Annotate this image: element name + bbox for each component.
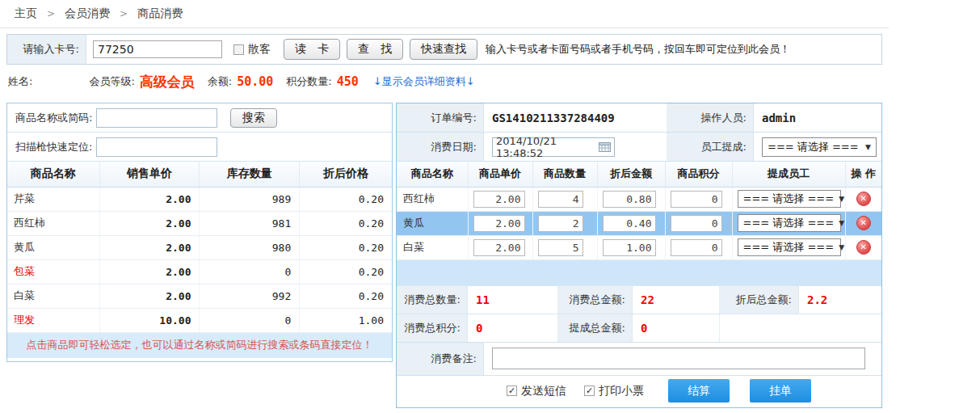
order-item-points-input[interactable] — [671, 191, 722, 208]
product-name: 芹菜 — [7, 187, 99, 211]
card-lookup-bar: 请输入卡号: ✓ 散客 读 卡 查 找 快速查找 输入卡号或者卡面号码或者手机号… — [6, 34, 882, 65]
product-price: 2.00 — [99, 259, 200, 284]
order-item-staff-select[interactable]: === 请选择 ===▼ — [738, 238, 841, 256]
hold-order-button[interactable]: 挂单 — [750, 379, 811, 402]
product-discount-price: 0.20 — [300, 259, 392, 284]
product-table-header: 商品名称 销售单价 库存数量 折后价格 — [7, 162, 392, 187]
breadcrumb-home[interactable]: 主页 — [15, 6, 37, 21]
product-row[interactable]: 包菜 2.00 0 0.20 — [7, 259, 392, 284]
delete-item-button[interactable]: ✕ — [856, 192, 871, 206]
card-number-label: 请输入卡号: — [7, 35, 86, 64]
order-item-qty-input[interactable] — [538, 215, 583, 232]
product-search-row: 商品名称或简码: 搜索 — [7, 103, 392, 133]
order-panel: 订单编号: GS1410211337284409 操作人员: admin 消费日… — [396, 103, 882, 408]
order-item-points-input[interactable] — [671, 215, 722, 232]
consume-date-input[interactable]: 2014/10/21 13:48:52 — [492, 137, 615, 157]
walkin-checkbox[interactable]: ✓ — [233, 44, 244, 55]
commission-total-value: 0 — [633, 314, 720, 342]
order-item-points-input[interactable] — [671, 239, 722, 256]
product-stock: 992 — [200, 284, 300, 308]
product-row[interactable]: 芹菜 2.00 989 0.20 — [7, 187, 392, 211]
product-stock: 981 — [200, 211, 300, 235]
card-number-input[interactable] — [93, 40, 222, 58]
product-price: 2.00 — [99, 187, 200, 211]
order-items-table: 商品名称 商品单价 商品数量 折后金额 商品积分 提成员工 操 作 西红柿 ==… — [397, 162, 881, 260]
quick-find-button[interactable]: 快速查找 — [410, 39, 477, 60]
product-discount-price: 0.20 — [300, 284, 392, 308]
staff-commission-select[interactable]: === 请选择 === ▼ — [762, 137, 877, 157]
col-item-price: 商品单价 — [468, 162, 532, 187]
product-table: 商品名称 销售单价 库存数量 折后价格 芹菜 2.00 989 0.20 西红柿… — [7, 162, 392, 333]
delete-icon: ✕ — [860, 195, 867, 203]
order-item-qty-input[interactable] — [538, 191, 583, 208]
product-row[interactable]: 白菜 2.00 992 0.20 — [7, 284, 392, 308]
check-icon: ✓ — [586, 386, 593, 395]
delete-icon: ✕ — [860, 243, 867, 251]
product-row[interactable]: 西红柿 2.00 981 0.20 — [7, 211, 392, 235]
card-lookup-hint: 输入卡号或者卡面号码或者手机号码，按回车即可定位到此会员！ — [486, 42, 790, 57]
col-item-action: 操 作 — [845, 162, 881, 187]
product-price: 2.00 — [99, 284, 200, 308]
col-product-name: 商品名称 — [7, 162, 99, 187]
product-price: 2.00 — [99, 235, 200, 259]
order-item-qty-input[interactable] — [538, 239, 583, 256]
order-item-price-input[interactable] — [473, 215, 525, 232]
breadcrumb-separator: > — [120, 8, 128, 19]
col-stock-qty: 库存数量 — [200, 162, 300, 187]
member-level-value: 高级会员 — [140, 73, 195, 91]
total-points-label: 消费总积分: — [397, 314, 468, 342]
summary-row-1: 消费总数量: 11 消费总金额: 22 折后总金额: 2.2 — [397, 285, 881, 314]
product-list-panel: 商品名称或简码: 搜索 扫描枪快速定位: 商品名称 销售单价 库存数量 折后价格… — [6, 103, 393, 362]
order-item-amount-input[interactable] — [603, 191, 656, 208]
delete-item-button[interactable]: ✕ — [856, 240, 871, 255]
order-item-staff-select[interactable]: === 请选择 ===▼ — [738, 214, 841, 232]
order-item-amount-input[interactable] — [603, 239, 656, 256]
product-panel-note: 点击商品即可轻松选定，也可以通过名称或简码进行搜索或条码直接定位！ — [7, 333, 392, 358]
chevron-down-icon: ▼ — [865, 143, 871, 151]
barcode-scan-input[interactable] — [96, 137, 217, 157]
send-sms-checkbox[interactable]: ✓ — [507, 386, 517, 396]
breadcrumb-current: 商品消费 — [137, 6, 183, 21]
product-name: 包菜 — [7, 259, 99, 284]
order-item-price-input[interactable] — [473, 191, 525, 208]
order-item-price-input[interactable] — [473, 239, 525, 256]
print-receipt-checkbox[interactable]: ✓ — [584, 386, 595, 396]
order-item-staff-select[interactable]: === 请选择 ===▼ — [738, 190, 841, 208]
product-stock: 980 — [200, 235, 300, 259]
order-item-staff-value: === 请选择 === — [743, 240, 835, 255]
walkin-label: 散客 — [248, 42, 271, 57]
remark-input[interactable] — [492, 348, 865, 369]
order-item-row: 白菜 === 请选择 ===▼ ✕ — [397, 235, 881, 259]
order-item-name: 西红柿 — [397, 187, 468, 211]
order-item-staff-value: === 请选择 === — [743, 216, 835, 230]
product-stock: 0 — [200, 259, 300, 284]
settle-button[interactable]: 结算 — [668, 379, 730, 402]
show-member-detail-link[interactable]: ↓显示会员详细资料↓ — [373, 74, 475, 89]
product-price: 2.00 — [99, 211, 200, 235]
points-label: 积分数量: — [286, 74, 331, 89]
order-footer: ✓ 发送短信 ✓ 打印小票 结算 挂单 — [397, 375, 881, 407]
order-item-amount-input[interactable] — [603, 215, 656, 232]
find-button[interactable]: 查 找 — [347, 39, 403, 60]
delete-icon: ✕ — [860, 219, 867, 227]
delete-item-button[interactable]: ✕ — [856, 216, 871, 230]
operator-label: 操作人员: — [667, 103, 754, 132]
product-row[interactable]: 黄瓜 2.00 980 0.20 — [7, 235, 392, 259]
discount-total-label: 折后总金额: — [720, 286, 799, 314]
consume-date-label: 消费日期: — [397, 133, 484, 161]
order-info-row-2: 消费日期: 2014/10/21 13:48:52 员工提成: === 请选择 … — [397, 133, 881, 162]
product-stock: 0 — [200, 308, 300, 332]
total-amount-value: 22 — [633, 286, 720, 314]
chevron-down-icon: ▼ — [839, 243, 844, 251]
product-search-input[interactable] — [96, 108, 217, 128]
breadcrumb-member-consume[interactable]: 会员消费 — [65, 6, 110, 21]
product-name: 西红柿 — [7, 211, 99, 235]
product-search-button[interactable]: 搜索 — [230, 108, 277, 128]
staff-commission-select-value: === 请选择 === — [768, 140, 859, 154]
product-discount-price: 0.20 — [300, 235, 392, 259]
read-card-button[interactable]: 读 卡 — [284, 39, 340, 60]
col-item-points: 商品积分 — [665, 162, 732, 187]
calendar-icon[interactable] — [599, 141, 611, 152]
order-item-staff-value: === 请选择 === — [743, 192, 835, 206]
product-row[interactable]: 理发 10.00 0 1.00 — [7, 308, 392, 332]
